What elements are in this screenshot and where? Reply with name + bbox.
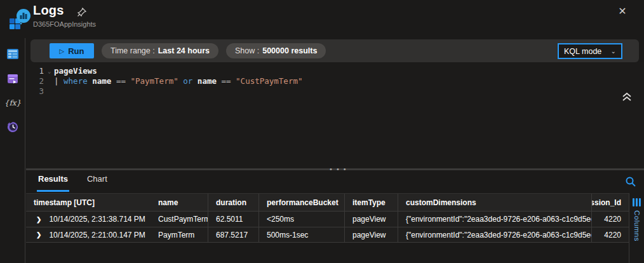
code-token: ==	[116, 76, 126, 86]
table-cell: {"environmentId":"2eaa3ded-9726-e206-a06…	[398, 212, 591, 227]
code-token: "PaymTerm"	[130, 76, 178, 86]
table-cell: ❯10/14/2025, 2:31:38.714 PM	[26, 212, 151, 227]
table-cell: PaymTerm	[151, 227, 208, 242]
table-cell: 4220	[591, 227, 629, 242]
show-results-picker[interactable]: Show : 500000 results	[226, 43, 326, 58]
timestamp-value: 10/14/2025, 2:31:38.714 PM	[49, 215, 145, 224]
run-play-icon: ▷	[60, 48, 65, 55]
line-number: 1	[26, 66, 48, 76]
chevron-down-icon: ⌄	[611, 48, 616, 55]
table-cell: 687.5217	[208, 227, 258, 242]
table-cell: pageView	[344, 212, 398, 227]
window-header: Logs D365FOAppInsights ✕	[0, 0, 644, 38]
logs-window: Logs D365FOAppInsights ✕	[0, 0, 644, 263]
code-token	[231, 76, 236, 86]
editor-line[interactable]: 1⌄pageViews	[26, 66, 644, 76]
query-history-icon[interactable]	[7, 121, 18, 133]
time-range-picker[interactable]: Time range : Last 24 hours	[102, 43, 218, 58]
sample-queries-icon[interactable]	[7, 73, 18, 84]
query-mode-select[interactable]: KQL mode ⌄	[558, 43, 622, 59]
resource-name: D365FOAppInsights	[33, 20, 96, 28]
column-header[interactable]: duration	[208, 194, 258, 211]
code-token	[126, 76, 131, 86]
table-cell: 4220	[591, 212, 629, 227]
code-token: where	[64, 76, 88, 86]
line-number: 3	[26, 86, 48, 97]
code-token: pageViews	[54, 66, 97, 76]
table-cell: 62.5011	[208, 212, 258, 227]
splitter-grip-icon: • • •	[330, 165, 347, 173]
editor-line[interactable]: 2| where name == "PaymTerm" or name == "…	[26, 76, 644, 86]
tables-icon[interactable]	[7, 48, 18, 60]
code-token	[192, 76, 198, 86]
code-token	[178, 76, 184, 86]
table-cell: CustPaymTerm	[151, 212, 208, 227]
columns-pane-toggle[interactable]: Columns	[629, 193, 644, 263]
tab-chart[interactable]: Chart	[87, 174, 107, 192]
code-token	[111, 76, 116, 86]
timestamp-value: 10/14/2025, 2:21:00.147 PM	[49, 231, 145, 239]
collapse-editor-icon[interactable]	[621, 91, 633, 102]
query-mode-value: KQL mode	[564, 47, 601, 56]
code-token: or	[183, 76, 192, 86]
close-icon[interactable]: ✕	[616, 5, 629, 18]
app-insights-logo-icon	[8, 8, 32, 32]
code-token: name	[198, 76, 217, 86]
table-cell: 500ms-1sec	[258, 227, 344, 242]
columns-icon	[633, 198, 641, 206]
page-title: Logs	[33, 3, 64, 18]
functions-icon[interactable]: {fx}	[7, 97, 18, 109]
editor-line[interactable]: 3	[26, 86, 644, 97]
pin-icon[interactable]	[76, 6, 88, 18]
show-value: 500000 results	[262, 46, 317, 55]
tab-results[interactable]: Results	[38, 174, 68, 192]
panel-splitter[interactable]: • • •	[26, 168, 644, 170]
code-token: ==	[222, 76, 231, 86]
table-row[interactable]: ❯10/14/2025, 2:31:38.714 PMCustPaymTerm6…	[26, 211, 629, 227]
code-token	[88, 76, 93, 86]
query-toolbar: ▷ Run Time range : Last 24 hours Show : …	[30, 39, 639, 62]
results-tabbar: Results Chart	[26, 174, 107, 192]
column-header[interactable]: customDimensions	[398, 194, 591, 211]
run-label: Run	[68, 46, 84, 56]
kql-query-editor[interactable]: 1⌄pageViews2| where name == "PaymTerm" o…	[26, 62, 644, 168]
fold-gutter	[48, 76, 54, 86]
table-cell: {"environmentId":"2eaa3ded-9726-e206-a06…	[398, 227, 591, 242]
table-cell: <250ms	[258, 212, 344, 227]
column-header[interactable]: itemType	[344, 194, 398, 211]
expand-row-icon[interactable]: ❯	[36, 216, 41, 223]
fold-gutter	[48, 86, 54, 97]
column-header[interactable]: timestamp [UTC]	[26, 194, 151, 211]
line-number: 2	[26, 76, 48, 86]
table-header-row: timestamp [UTC]namedurationperformanceBu…	[26, 193, 629, 211]
expand-row-icon[interactable]: ❯	[36, 231, 41, 238]
columns-pane-label: Columns	[633, 210, 641, 241]
column-header[interactable]: name	[151, 194, 208, 211]
fold-chevron-icon[interactable]: ⌄	[48, 66, 54, 76]
results-table: timestamp [UTC]namedurationperformanceBu…	[26, 193, 629, 243]
code-token: name	[92, 76, 111, 86]
code-token	[217, 76, 222, 86]
table-cell: ❯10/14/2025, 2:21:00.147 PM	[26, 227, 151, 242]
time-range-label: Time range :	[111, 46, 155, 55]
functions-label: {fx}	[4, 98, 21, 107]
column-header[interactable]: performanceBucket	[258, 194, 344, 211]
table-row[interactable]: ❯10/14/2025, 2:21:00.147 PMPaymTerm687.5…	[26, 227, 629, 243]
code-token: "CustPaymTerm"	[236, 76, 302, 86]
code-token: |	[54, 76, 64, 86]
run-button[interactable]: ▷ Run	[50, 43, 94, 58]
table-cell: pageView	[344, 227, 398, 242]
search-icon[interactable]	[625, 176, 636, 187]
time-range-value: Last 24 hours	[158, 46, 210, 55]
column-header[interactable]: session_Id	[591, 194, 629, 211]
left-sidebar: {fx}	[0, 38, 25, 263]
show-label: Show :	[235, 46, 259, 55]
